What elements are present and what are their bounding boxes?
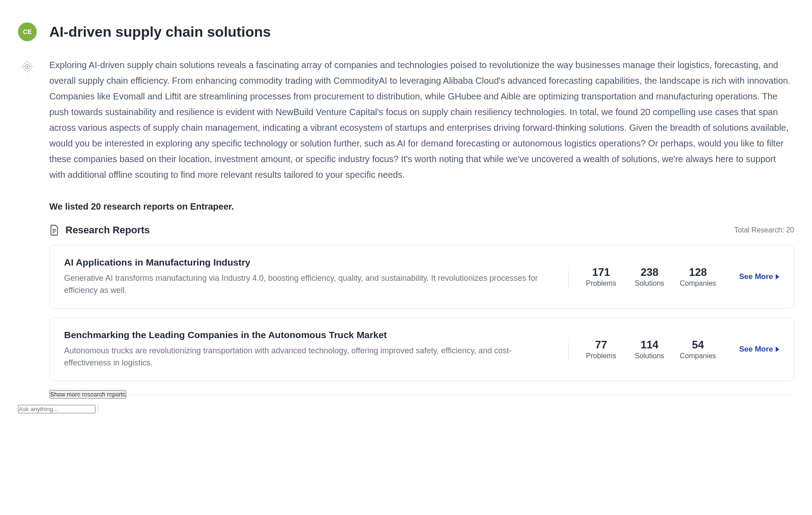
svg-point-13 (24, 64, 25, 64)
svg-point-4 (29, 66, 30, 67)
stat-companies: 128 Companies (678, 266, 717, 288)
svg-point-1 (27, 64, 28, 65)
svg-point-27 (21, 66, 22, 67)
report-stats: 77 Problems 114 Solutions 54 Companies S… (568, 339, 779, 360)
total-research-label: Total Research: 20 (734, 226, 794, 234)
show-more-divider: Show more research reports (49, 390, 794, 399)
subtitle: We listed 20 research reports on Entrape… (49, 202, 794, 212)
see-more-label: See More (739, 272, 773, 281)
ask-input[interactable] (18, 405, 95, 413)
send-button[interactable] (97, 405, 99, 413)
svg-point-19 (23, 68, 24, 69)
report-title: Benchmarking the Leading Companies in th… (64, 330, 550, 340)
section-title: Research Reports (65, 224, 150, 236)
stat-value: 171 (592, 266, 610, 279)
research-report-card[interactable]: AI Applications in Manufacturing Industr… (49, 245, 794, 309)
stat-value: 128 (689, 266, 707, 279)
stat-solutions: 238 Solutions (630, 266, 669, 288)
svg-point-22 (29, 63, 29, 63)
stat-label: Solutions (635, 352, 664, 360)
user-avatar: CE (18, 22, 37, 41)
svg-point-9 (27, 62, 28, 63)
svg-point-21 (26, 63, 26, 63)
message-row: Exploring AI-driven supply chain solutio… (18, 57, 794, 183)
see-more-button[interactable]: See More (739, 345, 779, 354)
svg-point-16 (30, 69, 31, 70)
stat-companies: 54 Companies (678, 339, 717, 360)
page-title: AI-driven supply chain solutions (49, 24, 271, 40)
svg-point-15 (24, 69, 25, 70)
bot-avatar-icon (18, 57, 37, 76)
stat-value: 54 (692, 339, 704, 351)
stat-problems: 77 Problems (581, 339, 621, 360)
svg-point-10 (27, 71, 28, 72)
report-description: Autonomous trucks are revolutionizing tr… (64, 345, 550, 369)
svg-point-11 (23, 66, 24, 67)
stat-solutions: 114 Solutions (630, 339, 669, 360)
stat-value: 238 (640, 266, 658, 279)
avatar-initials: CE (23, 28, 31, 35)
svg-point-25 (27, 60, 27, 61)
stat-problems: 171 Problems (581, 266, 621, 288)
see-more-button[interactable]: See More (739, 272, 779, 281)
svg-point-20 (31, 68, 31, 69)
ask-input-container (18, 405, 794, 413)
document-icon (49, 224, 59, 236)
svg-point-26 (27, 73, 27, 73)
stat-label: Problems (586, 279, 617, 288)
svg-point-3 (25, 66, 26, 67)
svg-point-18 (31, 65, 31, 65)
svg-point-12 (31, 66, 32, 67)
svg-point-8 (28, 68, 29, 69)
svg-point-24 (29, 70, 29, 71)
chevron-right-icon (776, 347, 779, 352)
report-stats: 171 Problems 238 Solutions 128 Companies… (568, 266, 779, 288)
research-report-card[interactable]: Benchmarking the Leading Companies in th… (49, 318, 794, 381)
stat-label: Problems (586, 352, 617, 360)
stat-label: Solutions (635, 279, 664, 288)
divider-line (49, 395, 794, 395)
svg-point-5 (26, 65, 26, 66)
section-header: Research Reports Total Research: 20 (49, 224, 794, 236)
svg-point-28 (33, 66, 34, 67)
svg-point-7 (26, 68, 26, 69)
see-more-label: See More (739, 345, 773, 354)
stat-value: 114 (640, 339, 658, 351)
svg-point-17 (23, 65, 24, 65)
stat-label: Companies (680, 352, 716, 360)
chevron-right-icon (776, 274, 779, 279)
header-row: CE AI-driven supply chain solutions (18, 22, 794, 41)
svg-point-14 (30, 64, 31, 64)
stat-label: Companies (680, 279, 716, 288)
report-description: Generative AI transforms manufacturing v… (64, 272, 550, 296)
svg-point-6 (28, 65, 29, 66)
stat-value: 77 (595, 339, 607, 351)
response-text: Exploring AI-driven supply chain solutio… (49, 57, 794, 183)
svg-point-23 (26, 70, 26, 71)
svg-point-2 (27, 69, 28, 69)
report-title: AI Applications in Manufacturing Industr… (64, 257, 550, 268)
svg-point-0 (27, 66, 28, 67)
